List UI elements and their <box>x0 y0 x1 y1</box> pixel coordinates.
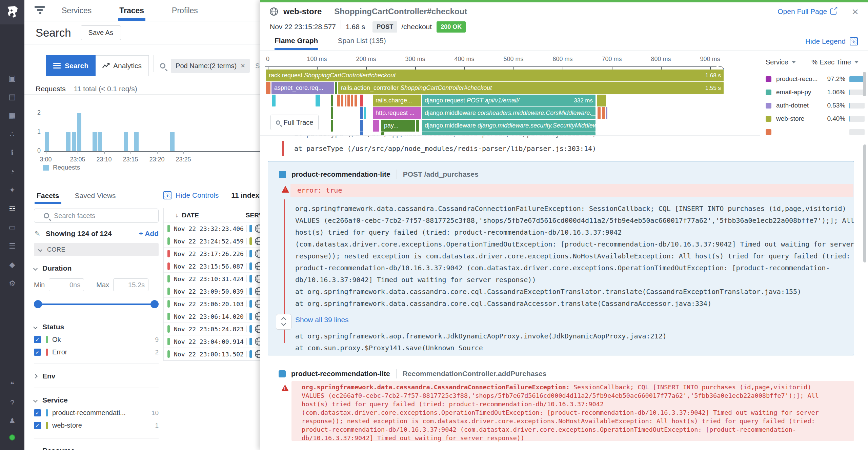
flame-span[interactable] <box>347 95 350 106</box>
facet-group-core[interactable]: CORE <box>34 243 159 256</box>
legend-exec-column[interactable]: % Exec Time <box>811 58 859 66</box>
table-row[interactable]: Nov 22 23:24:52.459 <box>164 235 260 248</box>
apm-tree-icon[interactable] <box>35 6 46 15</box>
table-row[interactable]: Nov 22 23:10:31.424 <box>164 273 260 285</box>
flame-span[interactable] <box>597 95 606 106</box>
col-service[interactable]: SERVICE <box>246 212 260 219</box>
add-facet-button[interactable]: + Add <box>139 230 159 238</box>
checkbox-checked-icon[interactable]: ✓ <box>34 349 41 356</box>
slider-handle-max[interactable] <box>150 300 159 308</box>
col-date[interactable]: DATE <box>182 212 199 219</box>
legend-row[interactable]: web-store0.40% <box>766 113 865 124</box>
table-row[interactable]: Nov 22 23:06:20.103 <box>164 298 260 310</box>
flame-span[interactable] <box>351 95 353 106</box>
flame-span[interactable] <box>331 107 333 119</box>
analytics-mode-button[interactable]: Analytics <box>96 55 149 76</box>
slider-handle-min[interactable] <box>34 300 42 308</box>
nav-item-traces[interactable]: Traces <box>119 6 144 15</box>
flame-span[interactable] <box>422 132 596 136</box>
table-row[interactable]: Nov 22 23:04:00.914 <box>164 335 260 348</box>
notebooks-icon[interactable]: ▭ <box>8 223 17 232</box>
flame-span[interactable] <box>606 107 607 119</box>
flame-span[interactable] <box>373 120 379 132</box>
monitors-icon[interactable]: ◔ <box>8 167 17 176</box>
hide-legend-button[interactable]: Hide Legend › <box>805 37 858 45</box>
table-row[interactable]: Nov 22 23:00:13.502 <box>164 348 260 360</box>
flame-span[interactable] <box>416 120 419 132</box>
table-row[interactable]: Nov 22 23:17:26.226 <box>164 248 260 260</box>
facet-group-service[interactable]: Service <box>34 396 159 404</box>
close-icon[interactable]: × <box>852 6 859 17</box>
filter-chip[interactable]: Pod Name:(2 terms) × <box>171 59 250 73</box>
expand-stack-button[interactable] <box>276 314 291 330</box>
facet-group-env[interactable]: Env <box>34 372 159 380</box>
flame-span[interactable] <box>335 82 337 94</box>
facet-tab-saved-views[interactable]: Saved Views <box>75 192 116 200</box>
checkbox-checked-icon[interactable]: ✓ <box>34 336 41 343</box>
checkbox-checked-icon[interactable]: ✓ <box>34 422 41 429</box>
users-icon[interactable]: ♟ <box>8 416 17 425</box>
flame-span[interactable]: pay... <box>381 120 415 132</box>
slider-track[interactable] <box>35 304 157 305</box>
flame-span[interactable] <box>602 107 605 119</box>
table-row[interactable]: Nov 22 23:15:56.087 <box>164 260 260 273</box>
legend-row[interactable]: product-reco...97.2% <box>766 73 865 85</box>
flame-span[interactable] <box>355 95 357 106</box>
legend-service-column[interactable]: Service <box>766 58 796 66</box>
flame-span[interactable]: rack.request ShoppingCartController#chec… <box>266 70 724 81</box>
events-icon[interactable]: ▤ <box>8 93 17 101</box>
panel-scrollbar[interactable] <box>863 144 866 262</box>
flame-span[interactable] <box>272 95 276 106</box>
integrations-icon[interactable]: ✦ <box>8 186 17 195</box>
logs-icon[interactable]: ☰ <box>8 242 17 251</box>
help-icon[interactable]: ? <box>8 398 17 407</box>
tab-span-list-135-[interactable]: Span List (135) <box>338 37 386 50</box>
datadog-logo[interactable] <box>0 0 24 24</box>
save-as-button[interactable]: Save As <box>81 25 121 40</box>
open-full-page-link[interactable]: Open Full Page <box>778 7 836 16</box>
flame-span[interactable]: aspnet_core.req... <box>271 82 334 94</box>
duration-max-input[interactable]: 15.2s <box>113 278 148 291</box>
legend-row[interactable]: email-api-py1.06% <box>766 86 865 98</box>
flame-span[interactable] <box>341 95 343 106</box>
hide-controls-icon[interactable]: ‹ <box>163 191 171 199</box>
security-icon[interactable]: ◆ <box>8 260 17 269</box>
nav-item-profiles[interactable]: Profiles <box>172 6 198 15</box>
facet-group-duration[interactable]: Duration <box>34 264 159 272</box>
flame-span[interactable] <box>598 107 601 119</box>
legend-scrollbar[interactable] <box>863 72 866 96</box>
flame-span[interactable] <box>345 95 346 106</box>
flame-span[interactable]: rails.charge... <box>373 95 421 106</box>
flame-span[interactable]: rails.action_controller ShoppingCartCont… <box>338 82 724 94</box>
facet-search-input[interactable]: Search facets <box>34 209 159 223</box>
show-all-lines-link[interactable]: Show all 39 lines <box>295 316 349 324</box>
flame-span[interactable] <box>316 95 320 106</box>
flame-span[interactable] <box>266 82 270 94</box>
flame-span[interactable]: http.request ... <box>373 107 421 119</box>
facet-item[interactable]: ✓web-store1 <box>34 422 159 429</box>
facet-group-resource[interactable]: Resource <box>34 447 159 450</box>
chat-icon[interactable]: ❝ <box>8 380 17 389</box>
sort-icon[interactable]: ↓ <box>175 212 179 219</box>
flame-span[interactable] <box>360 107 363 119</box>
search-mode-button[interactable]: Search <box>46 55 96 76</box>
full-trace-button[interactable]: Full Trace <box>270 115 319 130</box>
tab-flame-graph[interactable]: Flame Graph <box>275 37 318 50</box>
duration-min-input[interactable]: 0ns <box>49 278 84 291</box>
table-row[interactable]: Nov 22 23:09:50.039 <box>164 285 260 298</box>
infrastructure-icon[interactable]: ▣ <box>8 74 17 83</box>
flame-span[interactable]: django.middleware corsheaders.middleware… <box>422 107 596 119</box>
facet-tab-facets[interactable]: Facets <box>37 192 59 200</box>
flame-span[interactable] <box>331 95 333 106</box>
facet-group-status[interactable]: Status <box>34 323 159 331</box>
flame-span[interactable] <box>337 95 340 106</box>
pencil-icon[interactable]: ✎ <box>35 230 40 238</box>
table-row[interactable]: Nov 22 23:06:14.020 <box>164 310 260 323</box>
legend-row[interactable] <box>766 126 865 136</box>
processes-icon[interactable]: ∴ <box>8 130 17 139</box>
flame-span[interactable]: django.request POST api/v1/email/332 ms <box>422 95 596 106</box>
flame-span[interactable] <box>381 132 384 136</box>
facet-item[interactable]: ✓product-recommendati...10 <box>34 409 159 417</box>
apm-icon[interactable]: ☲ <box>8 204 17 213</box>
flame-span[interactable] <box>360 120 363 132</box>
